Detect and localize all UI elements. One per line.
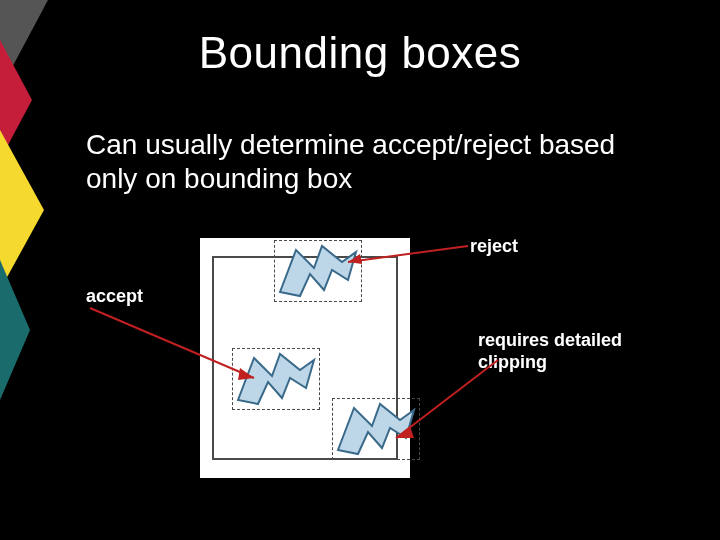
label-reject: reject [470,236,518,257]
svg-marker-7 [238,368,254,380]
label-accept: accept [86,286,143,307]
svg-line-4 [348,246,468,262]
svg-marker-9 [396,426,414,438]
arrow-accept [86,306,266,386]
slide-body: Can usually determine accept/reject base… [86,128,646,195]
arrow-reject [340,238,472,268]
svg-line-8 [396,360,498,438]
svg-line-6 [90,308,254,378]
svg-marker-3 [0,260,30,400]
svg-marker-2 [0,130,44,290]
arrow-detailed [388,356,508,446]
slide-title: Bounding boxes [0,28,720,78]
